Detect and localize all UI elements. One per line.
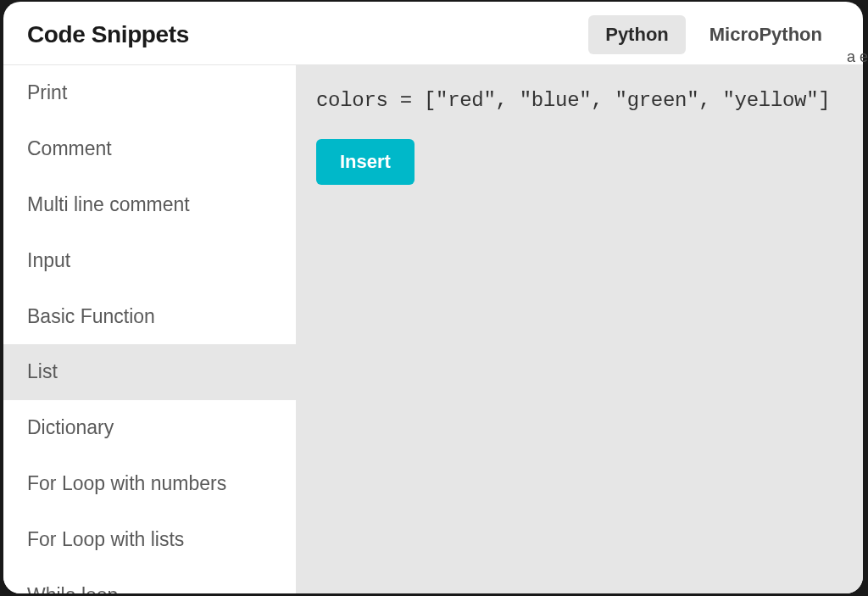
- snippet-item-for-loop-lists[interactable]: For Loop with lists: [3, 512, 296, 568]
- language-tabs: Python MicroPython: [588, 15, 839, 54]
- snippet-item-while-loop[interactable]: While loop: [3, 568, 296, 593]
- snippet-item-list[interactable]: List: [3, 344, 296, 400]
- code-snippets-panel: Code Snippets Python MicroPython Print C…: [3, 2, 863, 593]
- panel-header: Code Snippets Python MicroPython: [3, 2, 863, 65]
- snippet-item-comment[interactable]: Comment: [3, 121, 296, 177]
- snippet-item-input[interactable]: Input: [3, 233, 296, 289]
- snippet-item-for-loop-numbers[interactable]: For Loop with numbers: [3, 456, 296, 512]
- panel-title: Code Snippets: [27, 21, 189, 48]
- code-preview: colors = ["red", "blue", "green", "yello…: [316, 89, 843, 112]
- tab-micropython[interactable]: MicroPython: [693, 15, 839, 54]
- insert-button[interactable]: Insert: [316, 139, 415, 185]
- snippet-preview: colors = ["red", "blue", "green", "yello…: [296, 65, 863, 593]
- snippet-item-multi-line-comment[interactable]: Multi line comment: [3, 177, 296, 233]
- snippet-list[interactable]: Print Comment Multi line comment Input B…: [3, 65, 296, 593]
- snippet-item-print[interactable]: Print: [3, 65, 296, 121]
- edge-truncated-text: a e: [847, 49, 868, 66]
- snippet-item-dictionary[interactable]: Dictionary: [3, 400, 296, 456]
- panel-content: Print Comment Multi line comment Input B…: [3, 65, 863, 593]
- tab-python[interactable]: Python: [588, 15, 686, 54]
- snippet-item-basic-function[interactable]: Basic Function: [3, 289, 296, 345]
